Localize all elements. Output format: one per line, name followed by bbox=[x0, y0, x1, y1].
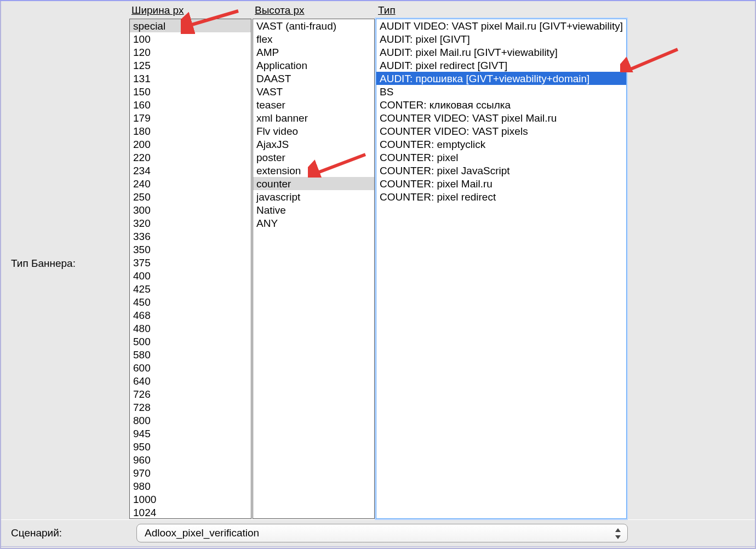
height-listbox[interactable]: VAST (anti-fraud)flexAMPApplicationDAAST… bbox=[253, 19, 375, 519]
list-item[interactable]: COUNTER: pixel Mail.ru bbox=[376, 177, 626, 190]
list-item[interactable]: 580 bbox=[130, 348, 251, 361]
list-item[interactable]: javascript bbox=[253, 190, 374, 203]
list-item[interactable]: 336 bbox=[130, 230, 251, 243]
list-item[interactable]: 100 bbox=[130, 32, 251, 45]
list-item[interactable]: Application bbox=[253, 59, 374, 72]
list-item[interactable]: 726 bbox=[130, 387, 251, 401]
list-item[interactable]: 970 bbox=[130, 466, 251, 479]
banner-type-lists: Ширина px special10012012513115016017918… bbox=[129, 1, 755, 519]
list-item[interactable]: COUNTER: pixel redirect bbox=[376, 190, 626, 203]
list-item[interactable]: 600 bbox=[130, 361, 251, 374]
banner-type-label: Тип Баннера: bbox=[11, 258, 76, 270]
list-item[interactable]: CONTER: кликовая ссылка bbox=[376, 98, 626, 111]
list-item[interactable]: AUDIT: прошивка [GIVT+viewability+domain… bbox=[376, 72, 626, 85]
list-item[interactable]: AjaxJS bbox=[253, 138, 374, 151]
list-item[interactable]: teaser bbox=[253, 98, 374, 111]
list-item[interactable]: poster bbox=[253, 151, 374, 164]
form-panel: Тип Баннера: Ширина px special1001201251… bbox=[0, 0, 756, 549]
list-item[interactable]: AUDIT: pixel [GIVT] bbox=[376, 32, 626, 45]
list-item[interactable]: 1000 bbox=[130, 493, 251, 506]
list-item[interactable]: AUDIT: pixel redirect [GIVT] bbox=[376, 59, 626, 72]
scenario-select-wrap: Adloox_pixel_verification bbox=[136, 524, 628, 542]
list-item[interactable]: counter bbox=[253, 177, 374, 190]
svg-marker-1 bbox=[615, 535, 621, 539]
list-item[interactable]: special bbox=[130, 19, 251, 32]
list-item[interactable]: 200 bbox=[130, 138, 251, 151]
list-item[interactable]: 640 bbox=[130, 374, 251, 387]
list-item[interactable]: 220 bbox=[130, 151, 251, 164]
list-item[interactable]: COUNTER VIDEO: VAST pixels bbox=[376, 124, 626, 138]
list-item[interactable]: 150 bbox=[130, 85, 251, 98]
list-item[interactable]: COUNTER VIDEO: VAST pixel Mail.ru bbox=[376, 111, 626, 124]
updown-icon bbox=[613, 527, 623, 541]
list-item[interactable]: 120 bbox=[130, 45, 251, 59]
list-item[interactable]: 180 bbox=[130, 124, 251, 138]
banner-type-label-cell: Тип Баннера: bbox=[1, 1, 129, 519]
height-header: Высота px bbox=[253, 2, 376, 19]
width-header: Ширина px bbox=[129, 2, 253, 19]
list-item[interactable]: 131 bbox=[130, 72, 251, 85]
list-item[interactable]: 500 bbox=[130, 335, 251, 348]
list-item[interactable]: 240 bbox=[130, 177, 251, 190]
list-item[interactable]: COUNTER: emptyclick bbox=[376, 138, 626, 151]
list-item[interactable]: VAST bbox=[253, 85, 374, 98]
list-item[interactable]: 425 bbox=[130, 282, 251, 295]
list-item[interactable]: ANY bbox=[253, 216, 374, 230]
list-item[interactable]: 800 bbox=[130, 414, 251, 427]
list-item[interactable]: VAST (anti-fraud) bbox=[253, 19, 374, 32]
list-item[interactable]: 350 bbox=[130, 243, 251, 256]
list-item[interactable]: xml banner bbox=[253, 111, 374, 124]
svg-marker-0 bbox=[615, 528, 621, 532]
list-item[interactable]: 480 bbox=[130, 322, 251, 335]
list-item[interactable]: 375 bbox=[130, 256, 251, 269]
list-item[interactable]: 468 bbox=[130, 308, 251, 322]
scenario-row: Сценарий: Adloox_pixel_verification bbox=[1, 519, 755, 547]
list-item[interactable]: Native bbox=[253, 203, 374, 216]
list-item[interactable]: extension bbox=[253, 164, 374, 177]
list-item[interactable]: 950 bbox=[130, 440, 251, 453]
banner-type-row: Тип Баннера: Ширина px special1001201251… bbox=[1, 1, 755, 519]
type-listbox[interactable]: AUDIT VIDEO: VAST pixel Mail.ru [GIVT+vi… bbox=[376, 19, 627, 519]
list-item[interactable]: COUNTER: pixel JavaScript bbox=[376, 164, 626, 177]
type-header: Тип bbox=[376, 2, 628, 19]
list-item[interactable]: 250 bbox=[130, 190, 251, 203]
height-column: Высота px VAST (anti-fraud)flexAMPApplic… bbox=[253, 2, 376, 519]
list-item[interactable]: 400 bbox=[130, 269, 251, 282]
scenario-label: Сценарий: bbox=[1, 527, 136, 539]
list-item[interactable]: AMP bbox=[253, 45, 374, 59]
list-item[interactable]: BS bbox=[376, 85, 626, 98]
list-item[interactable]: 125 bbox=[130, 59, 251, 72]
width-column: Ширина px special10012012513115016017918… bbox=[129, 2, 253, 519]
list-item[interactable]: AUDIT: pixel Mail.ru [GIVT+viewability] bbox=[376, 45, 626, 59]
list-item[interactable]: COUNTER: pixel bbox=[376, 151, 626, 164]
list-item[interactable]: 300 bbox=[130, 203, 251, 216]
list-item[interactable]: 160 bbox=[130, 98, 251, 111]
scenario-select[interactable]: Adloox_pixel_verification bbox=[136, 524, 628, 542]
list-item[interactable]: 728 bbox=[130, 401, 251, 414]
width-listbox[interactable]: special100120125131150160179180200220234… bbox=[129, 19, 251, 519]
list-item[interactable]: 179 bbox=[130, 111, 251, 124]
list-item[interactable]: 960 bbox=[130, 453, 251, 466]
list-item[interactable]: 320 bbox=[130, 216, 251, 230]
type-column: Тип AUDIT VIDEO: VAST pixel Mail.ru [GIV… bbox=[376, 2, 628, 519]
list-item[interactable]: 1024 bbox=[130, 506, 251, 519]
list-item[interactable]: DAAST bbox=[253, 72, 374, 85]
list-item[interactable]: flex bbox=[253, 32, 374, 45]
list-item[interactable]: AUDIT VIDEO: VAST pixel Mail.ru [GIVT+vi… bbox=[376, 19, 626, 32]
scenario-select-value: Adloox_pixel_verification bbox=[145, 527, 259, 539]
list-item[interactable]: 945 bbox=[130, 427, 251, 440]
list-item[interactable]: 980 bbox=[130, 479, 251, 493]
list-item[interactable]: 450 bbox=[130, 295, 251, 308]
list-item[interactable]: Flv video bbox=[253, 124, 374, 138]
list-item[interactable]: 234 bbox=[130, 164, 251, 177]
